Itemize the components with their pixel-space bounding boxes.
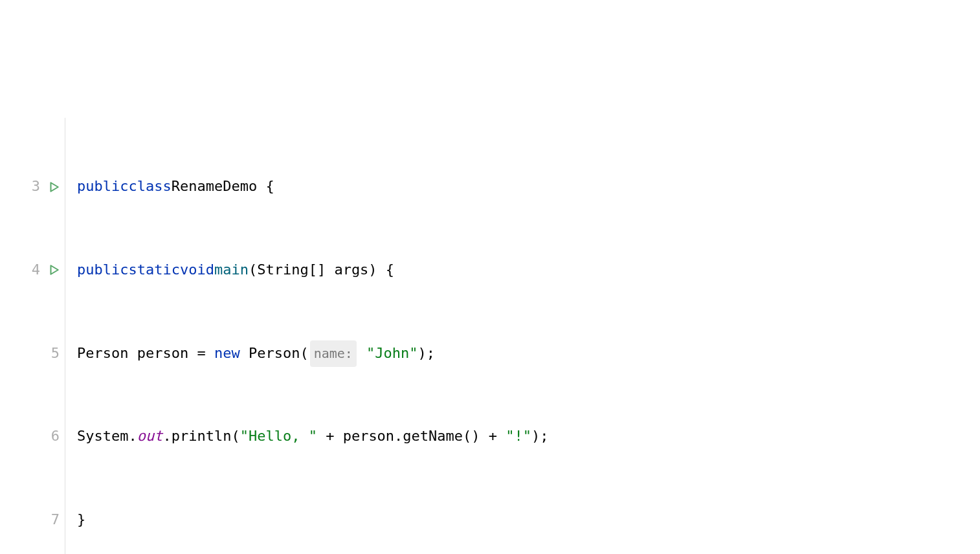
line-number: 6	[40, 423, 60, 450]
code-line: public static void main(String[] args) {	[77, 256, 980, 284]
line-number: 4	[21, 256, 40, 284]
parameter-hint: name:	[310, 340, 357, 367]
run-icon[interactable]	[48, 264, 60, 276]
code-line: System.out.println("Hello, " + person.ge…	[77, 423, 980, 450]
code-editor[interactable]: 3 4 5 6 7 8 9 10 11 12 13 14 15 16 17 18…	[0, 111, 980, 554]
code-line: public class RenameDemo {	[77, 173, 980, 201]
line-number: 5	[40, 340, 60, 368]
line-number: 3	[21, 173, 40, 201]
code-line: }	[77, 506, 980, 534]
run-icon[interactable]	[48, 181, 60, 193]
code-line: Person person = new Person(name: "John")…	[77, 340, 980, 368]
line-number: 7	[40, 506, 60, 534]
code-area[interactable]: public class RenameDemo { public static …	[65, 118, 980, 554]
gutter: 3 4 5 6 7 8 9 10 11 12 13 14 15 16 17 18…	[0, 118, 65, 554]
